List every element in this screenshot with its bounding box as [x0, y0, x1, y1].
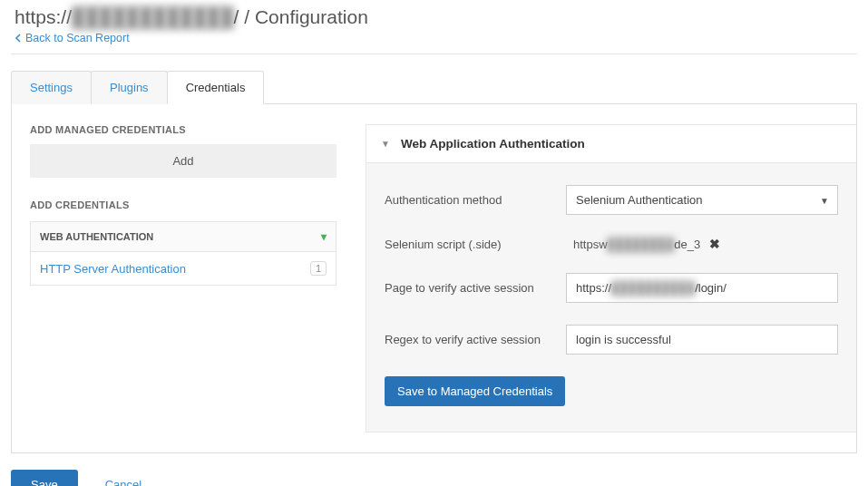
tab-credentials[interactable]: Credentials	[167, 71, 265, 104]
header-divider	[11, 53, 857, 54]
footer-actions: Save Cancel	[11, 470, 857, 486]
page-title: https://████████████/ / Configuration	[15, 6, 857, 28]
regex-label: Regex to verify active session	[385, 333, 566, 346]
remove-file-icon[interactable]: ✖	[709, 237, 720, 251]
panel-credentials: ADD MANAGED CREDENTIALS Add ADD CREDENTI…	[11, 103, 857, 453]
save-to-managed-credentials-button[interactable]: Save to Managed Credentials	[385, 376, 565, 406]
verify-page-label: Page to verify active session	[385, 281, 566, 295]
selenium-script-file: httpsw████████de_3 ✖	[566, 237, 838, 251]
tab-settings[interactable]: Settings	[11, 71, 92, 104]
save-button[interactable]: Save	[11, 470, 78, 486]
add-credentials-caption: ADD CREDENTIALS	[30, 199, 336, 210]
category-label: WEB AUTHENTICATION	[40, 231, 153, 242]
add-managed-credential-button[interactable]: Add	[30, 144, 336, 178]
credential-type-label: HTTP Server Authentication	[40, 262, 186, 276]
credential-form: ▼ Web Application Authentication Authent…	[366, 124, 856, 433]
tab-plugins[interactable]: Plugins	[91, 71, 168, 104]
auth-method-select[interactable]: Selenium Authentication ▼	[566, 185, 838, 215]
cancel-button[interactable]: Cancel	[105, 478, 141, 486]
collapse-triangle-icon: ▼	[381, 139, 390, 149]
auth-method-label: Authentication method	[385, 193, 566, 207]
form-title: Web Application Authentication	[401, 137, 585, 151]
form-header[interactable]: ▼ Web Application Authentication	[366, 125, 856, 163]
tab-bar: Settings Plugins Credentials	[11, 71, 857, 104]
verify-page-input[interactable]: https://██████████/login/	[566, 273, 838, 303]
credential-count-badge: 1	[310, 261, 327, 276]
regex-input[interactable]	[566, 325, 838, 355]
auth-method-value: Selenium Authentication	[566, 185, 838, 215]
category-web-authentication[interactable]: WEB AUTHENTICATION ▾	[30, 221, 336, 252]
selenium-script-label: Selenium script (.side)	[385, 238, 566, 251]
chevron-down-icon: ▾	[321, 230, 327, 243]
credential-type-http-server-auth[interactable]: HTTP Server Authentication 1	[30, 252, 336, 286]
back-to-scan-report-link[interactable]: Back to Scan Report	[15, 32, 857, 44]
add-managed-credentials-caption: ADD MANAGED CREDENTIALS	[30, 124, 336, 135]
chevron-left-icon	[15, 34, 22, 43]
